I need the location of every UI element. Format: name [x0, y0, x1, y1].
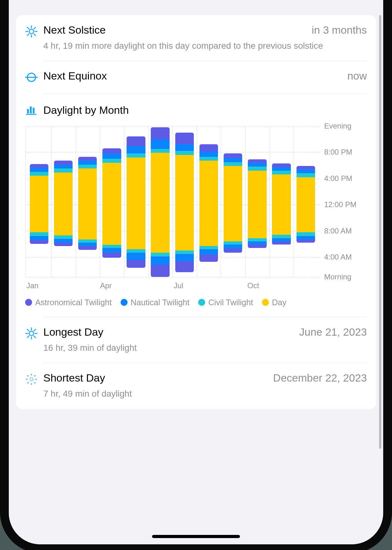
- y-axis-label: 8:00 AM: [324, 227, 352, 235]
- shortest-title: Shortest Day: [43, 372, 105, 384]
- bar-feb: [52, 126, 76, 277]
- y-axis-label: 4:00 PM: [324, 174, 352, 183]
- x-axis-label: Jul: [172, 281, 197, 290]
- chart-title: Daylight by Month: [43, 104, 129, 116]
- bar-sep: [221, 126, 245, 277]
- svg-line-23: [34, 329, 35, 331]
- longest-title: Longest Day: [43, 326, 103, 338]
- phone-frame: Next Solstice in 3 months 4 hr, 19 min m…: [0, 0, 392, 550]
- longest-subtitle: 16 hr, 39 min of daylight: [43, 342, 367, 354]
- svg-point-31: [27, 382, 29, 383]
- svg-point-27: [26, 379, 27, 380]
- legend-nautical: Nautical Twilight: [121, 298, 189, 307]
- legend-civil: Civil Twilight: [198, 298, 253, 307]
- sun-small-icon: [25, 372, 43, 387]
- x-axis-label: Jan: [25, 281, 50, 290]
- x-axis-label: Apr: [99, 281, 123, 290]
- svg-point-15: [29, 331, 34, 336]
- y-axis-label: Evening: [324, 122, 351, 130]
- svg-point-30: [34, 382, 35, 383]
- bar-nov: [270, 126, 294, 277]
- daylight-chart: Evening8:00 PM4:00 PM12:00 PM8:00 AM4:00…: [25, 126, 367, 277]
- svg-line-7: [27, 34, 29, 36]
- solstice-when: in 3 months: [312, 24, 367, 36]
- svg-point-25: [31, 374, 32, 375]
- legend-astro: Astronomical Twilight: [25, 298, 112, 307]
- sun-icon: [25, 24, 43, 39]
- solstice-subtitle: 4 hr, 19 min more daylight on this day c…: [43, 40, 367, 52]
- svg-point-28: [35, 379, 37, 380]
- chart-x-axis: Jan..Apr..Jul..Oct..: [25, 281, 367, 290]
- svg-point-29: [27, 375, 29, 377]
- shortest-subtitle: 7 hr, 49 min of daylight: [43, 388, 367, 400]
- row-next-solstice[interactable]: Next Solstice in 3 months 4 hr, 19 min m…: [25, 15, 367, 61]
- equinox-icon: [25, 70, 43, 85]
- solstice-title: Next Solstice: [43, 24, 106, 36]
- shortest-date: December 22, 2023: [273, 372, 367, 384]
- longest-date: June 21, 2023: [299, 326, 367, 338]
- equinox-when: now: [347, 70, 367, 82]
- svg-rect-13: [33, 108, 35, 113]
- bar-jun: [149, 126, 173, 277]
- row-shortest-day[interactable]: Shortest Day December 22, 2023 7 hr, 49 …: [25, 363, 367, 410]
- y-axis-label: 8:00 PM: [324, 148, 352, 157]
- legend-day: Day: [262, 298, 286, 307]
- row-next-equinox[interactable]: Next Equinox now: [25, 61, 367, 94]
- scroll-indicator[interactable]: [379, 15, 381, 449]
- svg-line-20: [27, 329, 29, 331]
- bar-jul: [173, 126, 197, 277]
- svg-point-32: [34, 375, 35, 377]
- chart-legend: Astronomical Twilight Nautical Twilight …: [25, 298, 367, 307]
- row-longest-day[interactable]: Longest Day June 21, 2023 16 hr, 39 min …: [25, 317, 367, 363]
- bar-jan: [27, 126, 52, 277]
- bar-dec: [294, 126, 318, 277]
- daylight-chart-section: Daylight by Month Evening8:00 PM4:00 PM1…: [25, 94, 367, 317]
- bar-aug: [197, 126, 221, 277]
- y-axis-label: 4:00 AM: [324, 253, 352, 261]
- svg-line-6: [34, 34, 35, 36]
- bar-mar: [76, 126, 100, 277]
- screen: Next Solstice in 3 months 4 hr, 19 min m…: [9, 0, 383, 544]
- y-axis-label: 12:00 PM: [324, 200, 357, 209]
- svg-point-24: [30, 378, 33, 381]
- bar-may: [124, 126, 149, 277]
- info-card: Next Solstice in 3 months 4 hr, 19 min m…: [16, 15, 376, 410]
- bar-oct: [246, 126, 270, 277]
- bar-chart-icon: [25, 103, 43, 118]
- bar-apr: [100, 126, 124, 277]
- svg-point-0: [29, 29, 34, 34]
- svg-rect-11: [27, 109, 29, 113]
- sun-large-icon: [25, 326, 43, 341]
- svg-line-22: [27, 336, 29, 338]
- svg-line-8: [34, 27, 35, 29]
- svg-line-21: [34, 336, 35, 338]
- y-axis-label: Morning: [324, 272, 351, 281]
- x-axis-label: Oct: [246, 281, 271, 290]
- svg-rect-12: [30, 107, 32, 113]
- equinox-title: Next Equinox: [43, 70, 107, 82]
- svg-line-5: [27, 27, 29, 29]
- home-indicator[interactable]: [152, 535, 240, 538]
- svg-point-26: [31, 383, 32, 385]
